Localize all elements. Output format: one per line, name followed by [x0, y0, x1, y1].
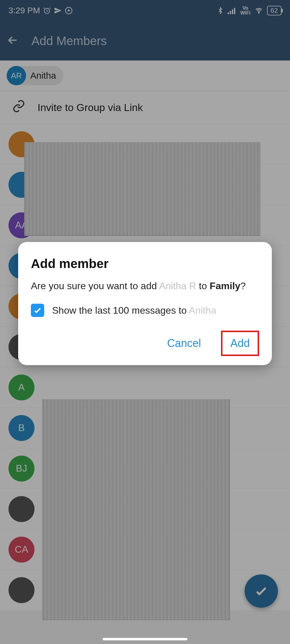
show-history-row[interactable]: Show the last 100 messages to Anitha [31, 304, 259, 317]
dialog-group-name: Family [210, 280, 240, 291]
add-member-dialog: Add member Are you sure you want to add … [18, 242, 272, 365]
dialog-text-mid: to [196, 280, 209, 291]
show-history-checkbox[interactable] [31, 304, 44, 317]
cancel-button[interactable]: Cancel [159, 332, 209, 355]
dialog-text-prefix: Are you sure you want to add [31, 280, 159, 291]
dialog-title: Add member [31, 257, 259, 271]
show-history-label: Show the last 100 messages to Anitha [52, 304, 216, 317]
add-button[interactable]: Add [221, 331, 259, 356]
dialog-actions: Cancel Add [31, 331, 259, 356]
dialog-member-name: Anitha R [159, 280, 196, 291]
dialog-message: Are you sure you want to add Anitha R to… [31, 279, 259, 293]
check-label-name: Anitha [189, 305, 216, 316]
check-label-prefix: Show the last 100 messages to [52, 305, 189, 316]
dialog-text-suffix: ? [240, 280, 246, 291]
nav-handle[interactable] [103, 638, 187, 640]
